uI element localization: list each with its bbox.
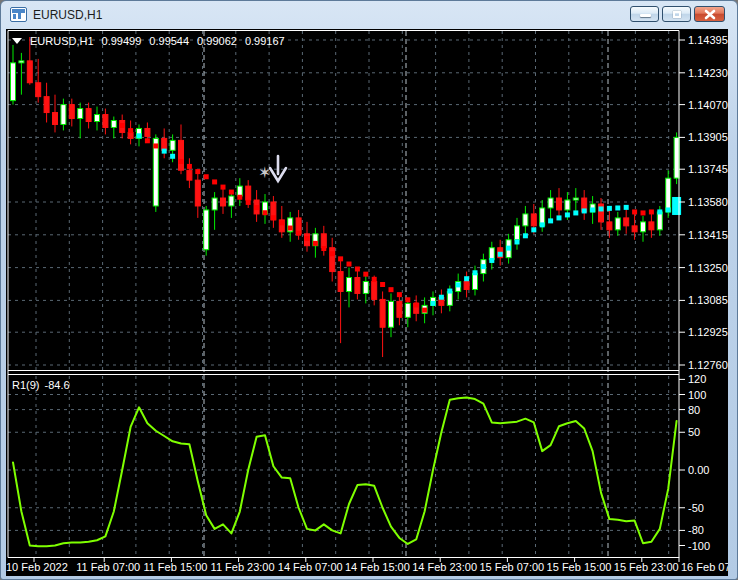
svg-text:14 Feb 15:00: 14 Feb 15:00 [345, 561, 410, 573]
chart-window-icon [10, 7, 27, 22]
svg-text:1.13415: 1.13415 [688, 229, 728, 241]
indicator-label: R1(9) -84.6 [12, 379, 70, 391]
svg-text:✶: ✶ [258, 164, 271, 181]
star-annotation: ✶ [258, 164, 271, 181]
indicator-value: -84.6 [45, 379, 70, 391]
svg-text:1.12760: 1.12760 [688, 359, 728, 371]
svg-text:15 Feb 07:00: 15 Feb 07:00 [479, 561, 544, 573]
close-button[interactable] [694, 6, 725, 22]
header-low: 0.99062 [197, 35, 237, 47]
indicator-name: R1(9) [12, 379, 40, 391]
svg-text:1.13580: 1.13580 [688, 196, 728, 208]
svg-text:15 Feb 15:00: 15 Feb 15:00 [547, 561, 612, 573]
svg-text:11 Feb 07:00: 11 Feb 07:00 [76, 561, 140, 573]
header-open: 0.99499 [102, 35, 142, 47]
svg-text:0.00: 0.00 [688, 464, 709, 476]
svg-text:15 Feb 23:00: 15 Feb 23:00 [614, 561, 679, 573]
svg-text:80: 80 [688, 404, 700, 416]
svg-text:11 Feb 15:00: 11 Feb 15:00 [143, 561, 207, 573]
svg-text:14 Feb 23:00: 14 Feb 23:00 [412, 561, 477, 573]
symbol-dropdown-icon[interactable] [12, 38, 22, 44]
mt4-chart-window: EURUSD,H1 ✶1.143951.142301.140701.139051… [0, 0, 738, 580]
svg-text:14 Feb 07:00: 14 Feb 07:00 [278, 561, 343, 573]
svg-text:100: 100 [688, 389, 706, 401]
header-high: 0.99544 [149, 35, 189, 47]
maximize-icon [673, 11, 681, 18]
svg-text:1.13905: 1.13905 [688, 131, 728, 143]
svg-text:50: 50 [688, 426, 700, 438]
svg-text:11 Feb 23:00: 11 Feb 23:00 [211, 561, 275, 573]
svg-text:120: 120 [688, 373, 706, 385]
svg-text:1.13250: 1.13250 [688, 262, 728, 274]
svg-text:-80: -80 [688, 524, 704, 536]
svg-text:10 Feb 2022: 10 Feb 2022 [6, 561, 68, 573]
svg-text:16 Feb 07:00: 16 Feb 07:00 [681, 561, 728, 573]
maximize-button[interactable] [662, 6, 691, 22]
svg-text:1.14395: 1.14395 [688, 34, 728, 46]
svg-text:1.14230: 1.14230 [688, 67, 728, 79]
svg-text:-100: -100 [688, 540, 710, 552]
header-symbol: EURUSD,H1 [30, 35, 94, 47]
svg-text:-50: -50 [688, 502, 704, 514]
close-icon [695, 7, 726, 23]
svg-text:1.13085: 1.13085 [688, 294, 728, 306]
chart-client-area: ✶1.143951.142301.140701.139051.137451.13… [6, 29, 728, 576]
minimize-icon [640, 14, 651, 17]
svg-text:1.12925: 1.12925 [688, 326, 728, 338]
chart-canvas[interactable]: ✶1.143951.142301.140701.139051.137451.13… [6, 29, 728, 576]
window-controls [630, 6, 725, 22]
window-title: EURUSD,H1 [33, 8, 102, 22]
svg-text:1.14070: 1.14070 [688, 99, 728, 111]
header-close: 0.99167 [245, 35, 285, 47]
minimize-button[interactable] [630, 6, 659, 22]
svg-text:1.13745: 1.13745 [688, 163, 728, 175]
ohlc-header: EURUSD,H1 0.99499 0.99544 0.99062 0.9916… [12, 35, 285, 47]
titlebar[interactable]: EURUSD,H1 [1, 1, 737, 29]
